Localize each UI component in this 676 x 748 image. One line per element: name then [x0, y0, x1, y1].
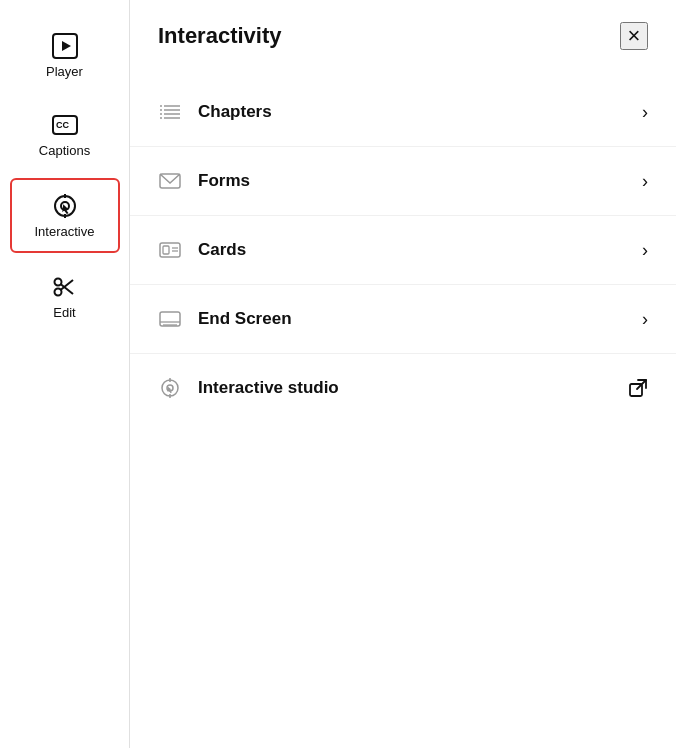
- menu-item-end-screen-arrow: ›: [642, 309, 648, 330]
- close-button[interactable]: ×: [620, 22, 648, 50]
- menu-item-interactive-studio-left: Interactive studio: [158, 376, 339, 400]
- envelope-icon: [158, 169, 182, 193]
- menu-item-chapters[interactable]: Chapters ›: [130, 78, 676, 147]
- svg-rect-23: [163, 246, 169, 254]
- panel-header: Interactivity ×: [130, 0, 676, 68]
- svg-marker-33: [167, 387, 172, 393]
- menu-item-chapters-left: Chapters: [158, 100, 272, 124]
- end-screen-icon: [158, 307, 182, 331]
- menu-item-end-screen-label: End Screen: [198, 309, 292, 329]
- sidebar-item-captions-label: Captions: [39, 143, 90, 158]
- list-icon: [158, 100, 182, 124]
- svg-marker-8: [62, 204, 68, 214]
- menu-item-interactive-studio-arrow: [628, 378, 648, 398]
- menu-item-interactive-studio-label: Interactive studio: [198, 378, 339, 398]
- menu-item-chapters-arrow: ›: [642, 102, 648, 123]
- menu-item-interactive-studio[interactable]: Interactive studio: [130, 354, 676, 422]
- sidebar-item-captions[interactable]: CC Captions: [10, 99, 120, 170]
- captions-icon: CC: [51, 111, 79, 139]
- interactive-studio-icon: [158, 376, 182, 400]
- player-icon: [51, 32, 79, 60]
- sidebar-item-player[interactable]: Player: [10, 20, 120, 91]
- menu-item-forms[interactable]: Forms ›: [130, 147, 676, 216]
- svg-text:CC: CC: [56, 120, 69, 130]
- menu-item-forms-left: Forms: [158, 169, 250, 193]
- sidebar-item-player-label: Player: [46, 64, 83, 79]
- menu-item-cards[interactable]: Cards ›: [130, 216, 676, 285]
- menu-item-forms-label: Forms: [198, 171, 250, 191]
- menu-item-chapters-label: Chapters: [198, 102, 272, 122]
- menu-list: Chapters › Forms ›: [130, 68, 676, 432]
- menu-item-end-screen[interactable]: End Screen ›: [130, 285, 676, 354]
- svg-marker-1: [62, 41, 71, 51]
- menu-item-cards-label: Cards: [198, 240, 246, 260]
- interactive-icon: [51, 192, 79, 220]
- sidebar-item-interactive-label: Interactive: [35, 224, 95, 239]
- edit-icon: [51, 273, 79, 301]
- menu-item-end-screen-left: End Screen: [158, 307, 292, 331]
- sidebar-item-interactive[interactable]: Interactive: [10, 178, 120, 253]
- svg-point-29: [162, 380, 178, 396]
- sidebar-item-edit[interactable]: Edit: [10, 261, 120, 332]
- svg-rect-26: [160, 312, 180, 326]
- menu-item-cards-left: Cards: [158, 238, 246, 262]
- sidebar-item-edit-label: Edit: [53, 305, 75, 320]
- cards-icon: [158, 238, 182, 262]
- menu-item-forms-arrow: ›: [642, 171, 648, 192]
- main-panel: Interactivity × Cha: [130, 0, 676, 748]
- panel-title: Interactivity: [158, 23, 282, 49]
- menu-item-cards-arrow: ›: [642, 240, 648, 261]
- sidebar: Player CC Captions Interactive: [0, 0, 130, 748]
